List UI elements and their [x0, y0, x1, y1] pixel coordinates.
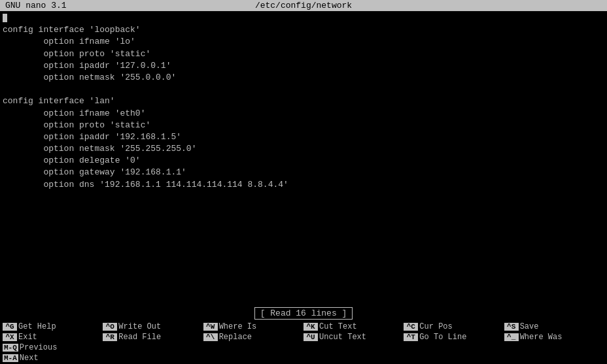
shortcut-empty [203, 354, 304, 363]
shortcut-empty [304, 343, 404, 352]
shortcut-item[interactable]: ^WWhere Is [203, 322, 304, 331]
shortcut-next[interactable]: M-ANext [3, 354, 103, 363]
shortcut-empty [203, 343, 304, 352]
shortcut-empty [504, 354, 604, 363]
shortcut-empty [404, 354, 504, 363]
shortcut-item[interactable]: ^KCut Text [304, 322, 404, 331]
shortcut-item[interactable]: ^GGet Help [3, 322, 103, 331]
shortcut-previous[interactable]: M-QPrevious [3, 343, 103, 352]
shortcut-empty [404, 343, 504, 352]
shortcut-item[interactable]: ^RRead File [103, 333, 203, 342]
app-name: GNU nano 3.1 [5, 1, 204, 10]
shortcut-item[interactable]: ^\Replace [203, 333, 304, 342]
shortcut-empty [304, 354, 404, 363]
shortcut-empty [103, 354, 203, 363]
shortcut-item[interactable]: ^OWrite Out [103, 322, 203, 331]
shortcut-bar: ^GGet Help^OWrite Out^WWhere Is^KCut Tex… [0, 321, 607, 364]
status-bar: [ Read 16 lines ] [0, 306, 607, 321]
shortcut-item[interactable]: ^XExit [3, 333, 103, 342]
shortcut-item[interactable]: ^SSave [504, 322, 604, 331]
shortcut-empty [504, 343, 604, 352]
shortcut-item[interactable]: ^CCur Pos [404, 322, 504, 331]
shortcut-item[interactable]: ^TGo To Line [404, 333, 504, 342]
shortcut-item[interactable]: ^UUncut Text [304, 333, 404, 342]
shortcut-empty [103, 343, 203, 352]
title-bar: GNU nano 3.1 /etc/config/network [0, 0, 607, 11]
shortcut-item[interactable]: ^_Where Was [504, 333, 604, 342]
editor-area[interactable]: config interface 'loopback' option ifnam… [0, 11, 607, 306]
status-message: [ Read 16 lines ] [254, 307, 353, 320]
file-path: /etc/config/network [204, 1, 403, 10]
